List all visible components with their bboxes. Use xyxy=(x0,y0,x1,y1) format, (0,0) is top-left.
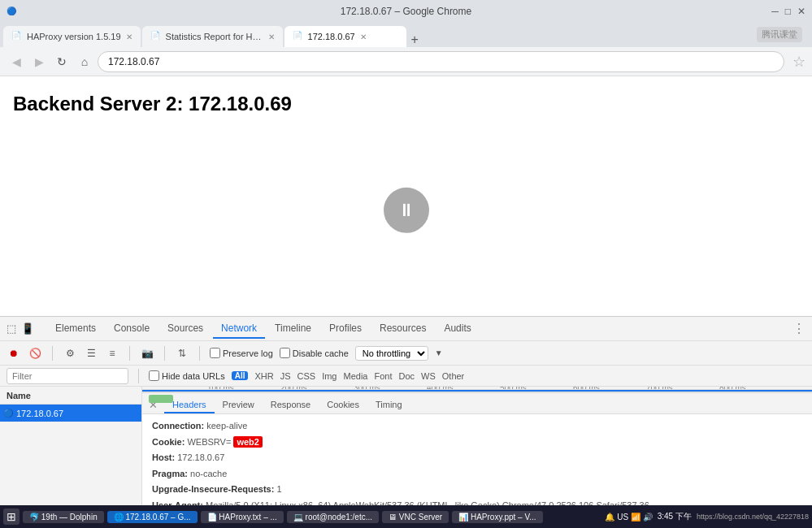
taskbar-sys-icons: 🔔 US 📶 🔊 xyxy=(605,513,652,522)
detail-panel: ✕ Headers Preview Response Cookies Timin… xyxy=(142,392,812,519)
preserve-log-checkbox[interactable] xyxy=(210,348,220,358)
tab-close-haproxy[interactable]: ✕ xyxy=(126,32,132,41)
tab-stats[interactable]: 📄 Statistics Report for HAP... ✕ xyxy=(142,26,283,47)
devtools-options-bar: ⏺ 🚫 ⚙ ☰ ≡ 📷 ⇅ Preserve log Disable cache… xyxy=(0,341,812,366)
minimize-icon[interactable]: ─ xyxy=(771,6,779,17)
page-title: Backend Server 2: 172.18.0.69 xyxy=(13,93,799,115)
devtools-left-icons: ⬚ 📱 xyxy=(7,322,34,335)
separator-1 xyxy=(52,346,53,361)
detail-tabs: ✕ Headers Preview Response Cookies Timin… xyxy=(142,393,812,414)
record-button[interactable]: ⏺ xyxy=(7,346,21,361)
address-text: 172.18.0.67 xyxy=(108,56,159,67)
tab-ip[interactable]: 📄 172.18.0.67 ✕ xyxy=(284,26,406,47)
filter-other[interactable]: Other xyxy=(442,371,465,381)
disable-cache-label[interactable]: Disable cache xyxy=(280,348,349,358)
all-badge[interactable]: All xyxy=(232,371,249,380)
reload-button[interactable]: ↻ xyxy=(52,52,72,71)
detail-tab-preview[interactable]: Preview xyxy=(215,397,263,413)
tab-favicon-haproxy: 📄 xyxy=(11,31,23,42)
tab-haproxy[interactable]: 📄 HAProxy version 1.5.19 ✕ xyxy=(3,26,141,47)
hide-data-urls-label: Hide data URLs xyxy=(149,370,225,381)
home-button[interactable]: ⌂ xyxy=(75,52,94,71)
cookie-highlight: web2 xyxy=(233,436,263,448)
tab-close-ip[interactable]: ✕ xyxy=(360,32,367,41)
tab-profiles[interactable]: Profiles xyxy=(321,319,370,339)
nav-bar: ◀ ▶ ↻ ⌂ 172.18.0.67 ☆ 腾讯课堂 xyxy=(0,47,812,76)
maximize-icon[interactable]: □ xyxy=(785,6,791,17)
close-icon[interactable]: ✕ xyxy=(797,6,805,17)
name-column-label: Name xyxy=(7,391,31,400)
preserve-log-text: Preserve log xyxy=(223,348,273,358)
taskbar-start-icon[interactable]: ⊞ xyxy=(3,509,20,525)
filter-ws[interactable]: WS xyxy=(421,371,436,381)
filter-img[interactable]: Img xyxy=(322,371,337,381)
network-right-panel: 100 ms 200 ms 300 ms 400 ms 500 ms 600 m… xyxy=(142,387,812,519)
hide-data-urls-checkbox[interactable] xyxy=(149,370,159,381)
detail-tab-cookies[interactable]: Cookies xyxy=(319,397,367,413)
tab-close-stats[interactable]: ✕ xyxy=(268,32,275,41)
throttle-select[interactable]: No throttling xyxy=(355,346,428,361)
new-tab-button[interactable]: + xyxy=(411,32,419,47)
filter-js[interactable]: JS xyxy=(280,371,291,381)
address-bar[interactable]: 172.18.0.67 xyxy=(98,51,784,72)
forward-button[interactable]: ▶ xyxy=(29,52,49,71)
header-pragma: Pragma: no-cache xyxy=(152,467,802,481)
taskbar-ppt[interactable]: 📊 HAProxy.ppt – V... xyxy=(452,511,542,523)
preserve-log-label[interactable]: Preserve log xyxy=(210,348,273,358)
tab-resources[interactable]: Resources xyxy=(371,319,434,339)
tab-elements[interactable]: Elements xyxy=(47,319,104,339)
row-url-text: 172.18.0.67 xyxy=(16,409,63,418)
separator-3 xyxy=(164,346,165,361)
tab-label-stats: Statistics Report for HAP... xyxy=(166,32,263,41)
filter-media[interactable]: Media xyxy=(343,371,367,381)
taskbar-vnc[interactable]: 🖥 VNC Server xyxy=(382,511,449,523)
hide-data-urls-text: Hide data URLs xyxy=(162,371,225,381)
waterfall-row[interactable] xyxy=(142,390,812,393)
pause-icon: ⏸ xyxy=(384,187,429,232)
taskbar-terminal[interactable]: 💻 root@node1:/etc... xyxy=(287,511,379,523)
taskbar-chrome[interactable]: 🌐 172.18.0.67 – G... xyxy=(107,511,198,523)
tab-audits[interactable]: Audits xyxy=(436,319,479,339)
throttle-arrow-icon: ▼ xyxy=(435,348,443,357)
name-column-header: Name xyxy=(0,387,141,405)
filter-icon-button[interactable]: ⚙ xyxy=(63,346,77,361)
taskbar-dolphin[interactable]: 🐬 19th — Dolphin xyxy=(23,511,104,523)
filter-separator xyxy=(138,369,139,383)
disable-cache-checkbox[interactable] xyxy=(280,348,290,358)
row-favicon-icon: 🔵 xyxy=(3,409,13,418)
back-button[interactable]: ◀ xyxy=(7,52,26,71)
filter-css[interactable]: CSS xyxy=(297,371,316,381)
detail-tab-response[interactable]: Response xyxy=(263,397,319,413)
tab-console[interactable]: Console xyxy=(106,319,158,339)
filter-types: XHR JS CSS Img Media Font Doc WS Other xyxy=(254,371,464,381)
tabs-bar: 📄 HAProxy version 1.5.19 ✕ 📄 Statistics … xyxy=(0,23,812,47)
taskbar-url-preview: https://blog.csdn.net/qq_42227818 xyxy=(697,513,809,521)
view-toggle-button[interactable]: ☰ xyxy=(84,346,98,361)
filter-xhr[interactable]: XHR xyxy=(254,371,273,381)
bookmark-star-icon[interactable]: ☆ xyxy=(792,53,805,71)
watermark: 腾讯课堂 xyxy=(757,27,802,42)
devtools-tab-bar: ⬚ 📱 Elements Console Sources Network Tim… xyxy=(0,317,812,341)
waterfall-bar xyxy=(149,395,173,403)
filter-input[interactable] xyxy=(7,368,128,384)
tab-network[interactable]: Network xyxy=(213,319,265,339)
pause-symbol: ⏸ xyxy=(397,199,415,220)
filter-font[interactable]: Font xyxy=(374,371,392,381)
devtools-inspect-icon[interactable]: ⬚ xyxy=(7,322,16,335)
detail-tab-timing[interactable]: Timing xyxy=(367,397,410,413)
taskbar-haproxy-txt[interactable]: 📄 HAProxy.txt – ... xyxy=(201,511,284,523)
sort-button[interactable]: ⇅ xyxy=(175,346,189,361)
title-bar: 🔵 172.18.0.67 – Google Chrome ─ □ ✕ xyxy=(0,0,812,23)
filter-doc[interactable]: Doc xyxy=(398,371,415,381)
filter-bar: Hide data URLs All XHR JS CSS Img Media … xyxy=(0,366,812,387)
tab-timeline[interactable]: Timeline xyxy=(267,319,319,339)
network-row-ip[interactable]: 🔵 172.18.0.67 xyxy=(0,405,141,422)
tab-favicon-ip: 📄 xyxy=(293,31,304,42)
camera-button[interactable]: 📷 xyxy=(140,346,154,361)
clear-button[interactable]: 🚫 xyxy=(28,346,42,361)
devtools-more-icon[interactable]: ⋮ xyxy=(792,321,805,336)
devtools-mobile-icon[interactable]: 📱 xyxy=(21,322,34,335)
tab-sources[interactable]: Sources xyxy=(159,319,211,339)
view-large-button[interactable]: ≡ xyxy=(105,346,119,361)
disable-cache-text: Disable cache xyxy=(293,348,349,358)
